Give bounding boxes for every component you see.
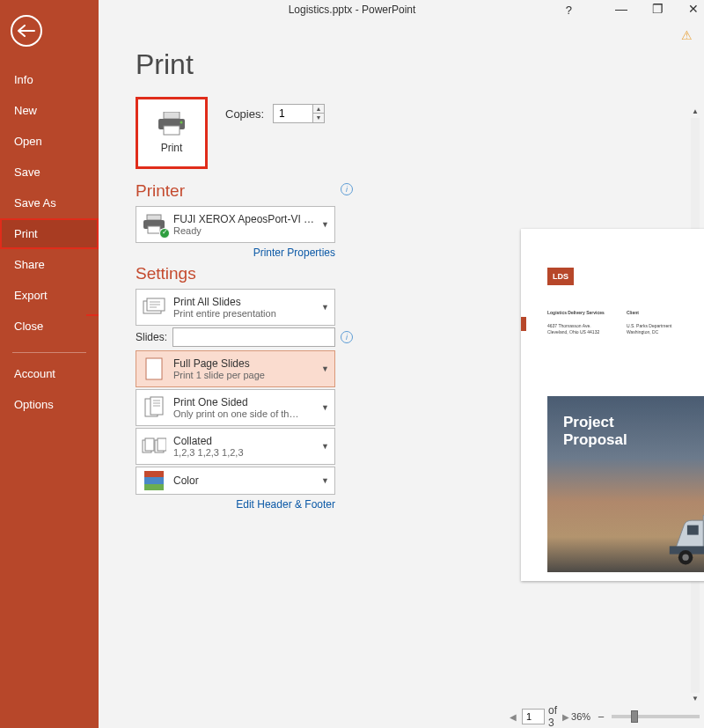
zoom-slider-thumb[interactable] [631, 710, 638, 723]
color-line1: Color [173, 474, 314, 487]
printer-icon [157, 112, 187, 136]
slides-range-label: Slides: [136, 331, 167, 343]
svg-rect-19 [145, 438, 154, 451]
printer-info-icon[interactable]: i [341, 183, 353, 195]
preview-status-bar: ◀ of 3 ▶ 36% − + [481, 705, 704, 728]
zoom-level-label[interactable]: 36% [571, 711, 590, 722]
print-layout-selector[interactable]: Full Page Slides Print 1 slide per page … [136, 350, 335, 387]
collate-line1: Collated [173, 435, 314, 447]
print-scope-selector[interactable]: Print All Slides Print entire presentati… [136, 289, 335, 326]
one-sided-icon [142, 395, 166, 420]
sidebar-item-saveas[interactable]: Save As [0, 188, 99, 218]
sides-line2: Only print on one side of th… [173, 408, 314, 419]
sidebar-item-options[interactable]: Options [0, 389, 99, 420]
sidebar-item-new[interactable]: New [0, 95, 99, 126]
printer-heading: Printer [136, 181, 335, 201]
copies-down-button[interactable]: ▼ [313, 114, 324, 122]
page-number-input[interactable] [522, 709, 545, 724]
backstage-sidebar: Info New Open Save Save As Print Share E… [0, 0, 99, 728]
preview-addr1: 4637 Thomasson Ave. [547, 323, 591, 328]
color-icon [142, 468, 166, 493]
print-sides-selector[interactable]: Print One Sided Only print on one side o… [136, 389, 335, 426]
copies-label: Copies: [225, 107, 264, 121]
svg-rect-21 [158, 438, 166, 451]
collated-icon [142, 434, 166, 459]
preview-client2: Washington, DC [627, 329, 658, 335]
preview-addr2: Cleveland, Ohio US 44132 [547, 329, 599, 335]
chevron-down-icon: ▼ [321, 220, 329, 229]
prev-page-button[interactable]: ◀ [508, 712, 518, 722]
print-preview-area: ▲ ▼ LDS Logistics Delivery Services Clie… [481, 106, 704, 705]
printer-name: FUJI XEROX ApeosPort-VI C3… [173, 213, 314, 225]
back-arrow-icon [18, 25, 35, 37]
sidebar-item-print[interactable]: Print [0, 218, 99, 249]
scope-line1: Print All Slides [173, 296, 314, 308]
chevron-down-icon: ▼ [321, 364, 329, 373]
printer-properties-link[interactable]: Printer Properties [136, 246, 335, 259]
edit-header-footer-link[interactable]: Edit Header & Footer [136, 498, 335, 511]
preview-client1: U.S. Parks Department [627, 323, 671, 328]
preview-logo: LDS [547, 268, 574, 285]
preview-heading: Logistics Delivery Services [547, 310, 605, 315]
svg-rect-23 [687, 526, 699, 535]
color-selector[interactable]: Color ▼ [136, 467, 335, 495]
svg-point-3 [180, 121, 183, 124]
scope-line2: Print entire presentation [173, 308, 314, 319]
copies-up-button[interactable]: ▲ [313, 105, 324, 114]
sidebar-item-info[interactable]: Info [0, 64, 99, 95]
scroll-up-button[interactable]: ▲ [688, 106, 702, 118]
collate-line2: 1,2,3 1,2,3 1,2,3 [173, 447, 314, 458]
chevron-down-icon: ▼ [321, 442, 329, 451]
slides-range-input[interactable] [172, 327, 335, 347]
preview-client-head: Client [627, 310, 639, 315]
layout-line2: Print 1 slide per page [173, 370, 314, 380]
scroll-down-button[interactable]: ▼ [688, 693, 702, 705]
truck-icon [665, 512, 704, 569]
printer-ready-badge [159, 228, 170, 239]
sides-line1: Print One Sided [173, 396, 314, 408]
sidebar-item-share[interactable]: Share [0, 249, 99, 280]
close-button[interactable]: ✕ [688, 2, 699, 16]
copies-input[interactable] [273, 104, 313, 123]
chevron-down-icon: ▼ [321, 303, 329, 312]
layout-line1: Full Page Slides [173, 357, 314, 370]
page-total-label: of 3 [548, 704, 557, 728]
page-title: Print [136, 48, 704, 81]
svg-rect-6 [148, 226, 160, 233]
printer-status: Ready [173, 225, 314, 236]
preview-overlay-1: Project [563, 414, 614, 430]
minimize-button[interactable]: — [615, 2, 627, 16]
help-button[interactable]: ? [566, 4, 572, 17]
sidebar-item-account[interactable]: Account [0, 358, 99, 389]
svg-rect-2 [164, 126, 180, 135]
preview-accent-bar [521, 317, 526, 331]
print-execute-button[interactable]: Print [136, 97, 208, 169]
chevron-down-icon: ▼ [321, 403, 329, 412]
export-highlight-mark [86, 314, 99, 316]
svg-rect-4 [147, 215, 161, 220]
warning-icon: ⚠ [681, 28, 693, 42]
svg-rect-12 [146, 358, 162, 379]
sidebar-item-export[interactable]: Export [0, 280, 99, 311]
svg-point-26 [682, 555, 688, 561]
preview-overlay-2: Proposal [563, 431, 627, 448]
sidebar-item-save[interactable]: Save [0, 157, 99, 188]
restore-button[interactable]: ❐ [652, 2, 664, 16]
printer-selector[interactable]: FUJI XEROX ApeosPort-VI C3… Ready ▼ [136, 206, 335, 243]
sidebar-item-close[interactable]: Close [0, 311, 99, 342]
window-title: Logistics.pptx - PowerPoint [289, 4, 416, 16]
next-page-button[interactable]: ▶ [561, 712, 571, 722]
svg-rect-0 [164, 112, 180, 119]
print-button-label: Print [161, 142, 183, 154]
preview-page: LDS Logistics Delivery Services Client P… [521, 229, 704, 581]
zoom-out-button[interactable]: − [596, 710, 606, 724]
chevron-down-icon: ▼ [321, 476, 329, 485]
slides-info-icon[interactable]: i [341, 331, 353, 343]
slides-all-icon [142, 295, 166, 320]
sidebar-separator [12, 352, 86, 353]
collate-selector[interactable]: Collated 1,2,3 1,2,3 1,2,3 ▼ [136, 428, 335, 465]
copies-spinner[interactable]: ▲ ▼ [273, 104, 325, 123]
full-page-icon [142, 357, 166, 381]
zoom-slider[interactable] [612, 715, 700, 718]
sidebar-item-open[interactable]: Open [0, 126, 99, 157]
